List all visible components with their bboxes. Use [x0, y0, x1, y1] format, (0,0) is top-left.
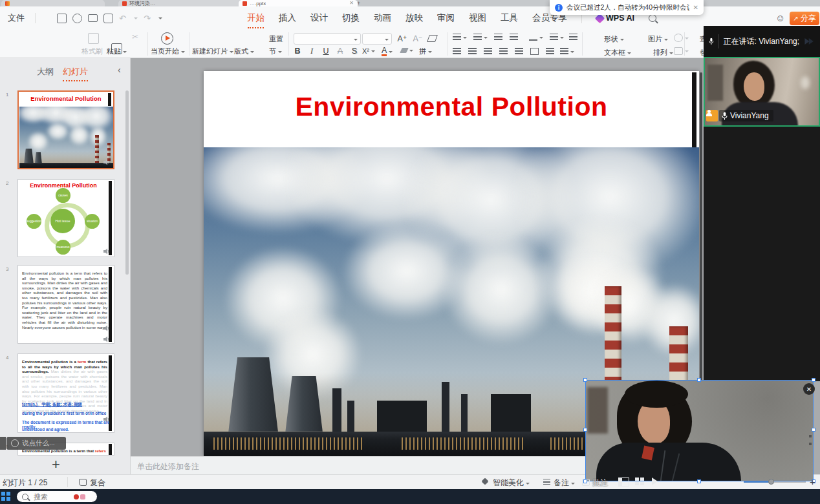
- align-right-icon[interactable]: [484, 48, 492, 55]
- window-tab-1[interactable]: [1, 0, 105, 6]
- ribbon-tab-home[interactable]: 开始: [247, 12, 264, 24]
- text-direction-icon[interactable]: [529, 34, 543, 41]
- textbox-label[interactable]: 文本框: [604, 48, 631, 58]
- new-slide-label[interactable]: 新建幻灯片: [192, 47, 233, 56]
- zoom-in-button[interactable]: +: [810, 476, 815, 487]
- print-icon[interactable]: [88, 14, 98, 22]
- undo-icon[interactable]: ↶: [119, 14, 126, 23]
- slides-tab[interactable]: 幻灯片: [63, 66, 88, 81]
- zoom-slider-track[interactable]: [744, 481, 806, 483]
- camera-icon[interactable]: [674, 34, 689, 42]
- play-from-current-icon[interactable]: [161, 32, 173, 45]
- resize-handle[interactable]: [583, 428, 587, 432]
- format-painter-label[interactable]: 格式刷: [81, 47, 103, 56]
- slide-thumbnail-1[interactable]: Environmental Pollution: [17, 90, 114, 169]
- resize-handle[interactable]: [812, 428, 815, 432]
- justify-icon[interactable]: [499, 48, 508, 55]
- slide-title[interactable]: Environmental Pollution: [204, 92, 699, 122]
- ribbon-tab-transition[interactable]: 切换: [342, 12, 360, 24]
- line-sort-icon[interactable]: [550, 34, 564, 41]
- symbol-insert-icon[interactable]: [569, 34, 577, 41]
- meeting-chat-input[interactable]: 说点什么...: [6, 437, 66, 450]
- audio-icon[interactable]: [103, 248, 110, 255]
- font-family-select[interactable]: [294, 33, 361, 45]
- audio-icon[interactable]: [103, 325, 110, 331]
- bold-icon[interactable]: B: [292, 47, 303, 56]
- columns-icon[interactable]: [530, 48, 539, 55]
- wps-ai-button[interactable]: WPS AI: [596, 14, 634, 23]
- ribbon-tab-view[interactable]: 视图: [469, 12, 486, 24]
- slide-thumbnail-2[interactable]: Environmental Pollution Hot issue causes…: [17, 179, 114, 257]
- comments-button[interactable]: 批注: [592, 478, 608, 488]
- ribbon-tab-animation[interactable]: 动画: [374, 12, 391, 24]
- strikethrough-icon[interactable]: A: [335, 47, 345, 56]
- font-color-icon[interactable]: A: [382, 47, 393, 56]
- toast-close-icon[interactable]: ✕: [693, 4, 698, 11]
- smiley-icon[interactable]: [11, 439, 19, 447]
- format-painter-icon[interactable]: [88, 33, 99, 44]
- taskbar-search[interactable]: [17, 491, 97, 502]
- picture-label[interactable]: 图片: [648, 34, 668, 44]
- file-menu[interactable]: 文件: [8, 6, 25, 30]
- slide-thumbnail-3[interactable]: Environmental pollution is a term that r…: [17, 265, 114, 344]
- resize-handle[interactable]: [812, 378, 815, 382]
- slide-thumbnail-4[interactable]: Environmental pollution is a term that r…: [17, 353, 114, 433]
- line-spacing-icon[interactable]: [560, 48, 574, 55]
- webcam-float-window[interactable]: ✕: [585, 380, 814, 481]
- window-tab-active[interactable]: ….pptx ✕: [239, 0, 358, 6]
- slide-sorter-view-button[interactable]: [635, 478, 644, 485]
- pinyin-guide-icon[interactable]: 拼: [419, 47, 432, 56]
- start-button[interactable]: [1, 492, 10, 501]
- side-mini-control[interactable]: [809, 435, 812, 437]
- ribbon-tab-insert[interactable]: 插入: [279, 12, 296, 24]
- reset-label[interactable]: 重置: [269, 34, 283, 44]
- cut-icon[interactable]: ✂: [132, 32, 138, 41]
- align-center-icon[interactable]: [468, 48, 477, 55]
- arrange-label[interactable]: 排列: [653, 48, 673, 58]
- toolbar-more-caret-icon[interactable]: [158, 17, 162, 21]
- save-icon[interactable]: [57, 14, 67, 23]
- resize-handle[interactable]: [697, 378, 701, 382]
- new-tab-button[interactable]: +: [357, 0, 360, 6]
- ribbon-tab-tools[interactable]: 工具: [501, 12, 518, 24]
- support-icon[interactable]: ☺: [775, 12, 785, 23]
- underline-icon[interactable]: U: [321, 47, 331, 56]
- monitor-icon[interactable]: [674, 47, 689, 55]
- redo-icon[interactable]: ↷: [144, 14, 151, 23]
- add-slide-button[interactable]: +: [52, 456, 60, 473]
- font-size-select[interactable]: [362, 33, 392, 45]
- layout-label[interactable]: 版式: [234, 47, 254, 56]
- play-from-current-label[interactable]: 当页开始: [151, 47, 185, 56]
- numbering-icon[interactable]: [473, 34, 488, 41]
- zoom-slider-knob[interactable]: [768, 479, 774, 485]
- notes-button[interactable]: 备注: [554, 478, 575, 488]
- resize-handle[interactable]: [583, 378, 587, 382]
- shrink-font-icon[interactable]: A⁻: [411, 34, 424, 43]
- row-spacing-icon[interactable]: [546, 48, 554, 55]
- text-shadow-icon[interactable]: S: [349, 47, 360, 56]
- smart-beautify-button[interactable]: 智能美化: [493, 478, 530, 488]
- ribbon-tab-review[interactable]: 审阅: [437, 12, 455, 24]
- webcam-close-button[interactable]: ✕: [803, 383, 815, 395]
- share-button[interactable]: ↗ 分享: [790, 12, 819, 25]
- normal-view-button[interactable]: [618, 478, 629, 487]
- bullets-icon[interactable]: [453, 34, 467, 41]
- superscript-icon[interactable]: X²: [362, 47, 375, 55]
- search-icon[interactable]: [649, 14, 656, 22]
- align-left-icon[interactable]: [453, 48, 461, 55]
- window-tab-2[interactable]: 环境污染…: [118, 0, 245, 6]
- tab-close-icon[interactable]: ✕: [349, 1, 354, 6]
- slideshow-view-button[interactable]: [652, 478, 662, 485]
- section-label[interactable]: 节: [269, 47, 282, 56]
- outline-tab[interactable]: 大纲: [37, 66, 54, 78]
- thumbnail-scrollbar[interactable]: [125, 90, 129, 275]
- collapse-panel-icon[interactable]: ‹: [118, 65, 121, 75]
- shapes-label[interactable]: 形状: [604, 34, 624, 44]
- participant-video-vivianyang[interactable]: VivianYang: [704, 57, 820, 127]
- export-icon[interactable]: [72, 14, 82, 23]
- decrease-indent-icon[interactable]: [494, 34, 502, 41]
- audio-icon[interactable]: [103, 159, 110, 165]
- highlight-pen-icon[interactable]: [401, 48, 413, 53]
- ribbon-tab-slideshow[interactable]: 放映: [405, 12, 423, 24]
- undo-caret-icon[interactable]: [134, 17, 138, 21]
